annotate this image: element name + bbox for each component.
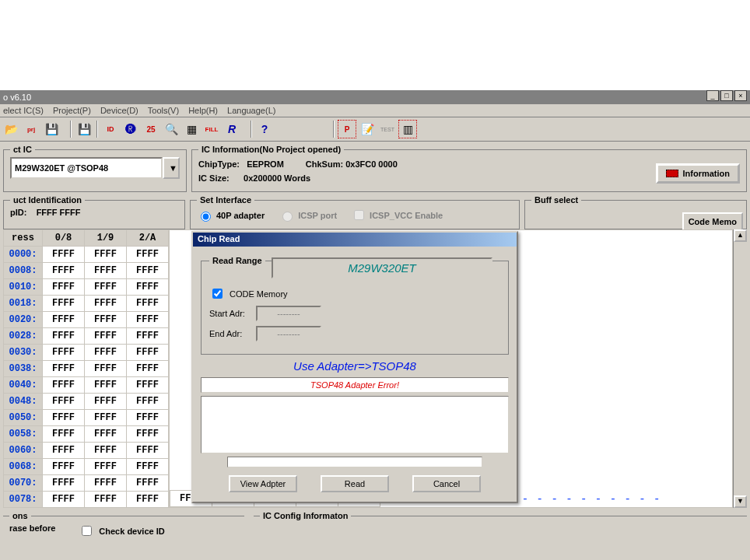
hex-cell[interactable]: FFFF (127, 328, 169, 345)
hex-cell[interactable]: FFFF (43, 263, 85, 279)
hex-cell[interactable]: FFFF (85, 492, 127, 508)
hex-cell[interactable]: FFFF (43, 328, 85, 345)
tool-chip2-icon[interactable]: ▥ (398, 120, 417, 138)
hex-address: 0068: (4, 459, 43, 475)
hex-cell[interactable]: FFFF (43, 345, 85, 361)
hex-cell[interactable]: FFFF (127, 492, 169, 508)
view-adapter-button[interactable]: View Adpter (229, 475, 297, 492)
tool-save-icon[interactable]: 💾 (42, 120, 61, 138)
scroll-up-button[interactable]: ▲ (734, 229, 747, 242)
adapter-hint: Use Adapter=>TSOP48 (201, 359, 509, 373)
window-title-text: o v6.10 (3, 90, 31, 104)
menu-project[interactable]: Project(P) (53, 106, 91, 115)
tool-disk-icon[interactable]: 💾 (75, 120, 93, 138)
tool-id-icon[interactable]: ID (101, 120, 120, 138)
menu-device[interactable]: Device(D) (100, 106, 138, 115)
tool-test-icon[interactable]: TEST (378, 120, 397, 138)
cancel-button[interactable]: Cancel (412, 475, 481, 492)
menu-language[interactable]: Language(L) (227, 106, 275, 115)
hex-cell[interactable]: FFFF (85, 394, 127, 410)
select-ic-group: ct IC ▼ (3, 145, 187, 192)
hex-address: 0070: (4, 475, 43, 492)
menu-help[interactable]: Help(H) (188, 106, 218, 115)
hex-cell[interactable]: FFFF (85, 279, 127, 296)
hex-cell[interactable]: FFFF (85, 247, 127, 263)
hex-cell[interactable]: FFFF (43, 394, 85, 410)
hex-cell[interactable]: FFFF (43, 410, 85, 426)
hex-cell[interactable]: FFFF (127, 263, 169, 279)
hex-cell[interactable]: FFFF (43, 377, 85, 394)
minimize-button[interactable]: _ (706, 90, 719, 101)
read-button[interactable]: Read (321, 475, 389, 492)
hex-cell[interactable]: FFFF (43, 279, 85, 296)
hex-cell[interactable]: FFFF (43, 296, 85, 312)
tool-prj-icon[interactable]: prj (22, 120, 40, 138)
hex-cell[interactable]: FFFF (127, 361, 169, 377)
hex-address: 0038: (4, 361, 43, 377)
code-memory-checkbox[interactable] (212, 289, 223, 299)
menu-tools[interactable]: Tools(V) (148, 106, 179, 115)
hex-cell[interactable]: FFFF (127, 443, 169, 459)
close-button[interactable]: × (734, 90, 747, 101)
chip-icon (666, 170, 678, 177)
hex-cell[interactable]: FFFF (85, 426, 127, 443)
hex-address: 0048: (4, 394, 43, 410)
hex-cell[interactable]: FFFF (43, 459, 85, 475)
scroll-down-button[interactable]: ▼ (734, 495, 747, 508)
tool-search-icon[interactable]: 🔍 (162, 120, 180, 138)
hex-cell[interactable]: FFFF (127, 410, 169, 426)
hex-header-col: 0/8 (43, 230, 85, 247)
hex-cell[interactable]: FFFF (85, 263, 127, 279)
maximize-button[interactable]: □ (720, 90, 733, 101)
hex-cell[interactable]: FFFF (43, 312, 85, 328)
ic-dropdown[interactable]: ▼ (10, 157, 180, 179)
tool-help-icon[interactable]: ? (255, 120, 274, 138)
information-button[interactable]: Information (656, 163, 741, 184)
ic-dropdown-input[interactable] (10, 157, 163, 179)
hex-cell[interactable]: FFFF (85, 328, 127, 345)
vertical-scrollbar[interactable]: ▲ ▼ (733, 229, 747, 508)
hex-cell[interactable]: FFFF (85, 459, 127, 475)
hex-cell[interactable]: FFFF (85, 361, 127, 377)
hex-cell[interactable]: FFFF (127, 394, 169, 410)
hex-cell[interactable]: FFFF (43, 361, 85, 377)
tool-chip1-icon[interactable]: ▦ (182, 120, 201, 138)
hex-cell[interactable]: FFFF (85, 377, 127, 394)
ic-dropdown-button[interactable]: ▼ (163, 157, 180, 179)
hex-cell[interactable]: FFFF (43, 426, 85, 443)
hex-cell[interactable]: FFFF (85, 410, 127, 426)
code-memo-button[interactable]: Code Memo (682, 212, 743, 231)
hex-cell[interactable]: FFFF (127, 377, 169, 394)
tool-edit-icon[interactable]: 📝 (358, 120, 377, 138)
hex-cell[interactable]: FFFF (127, 345, 169, 361)
dialog-titlebar[interactable]: Chip Read (193, 233, 517, 247)
end-adr-input[interactable] (256, 326, 321, 341)
hex-cell[interactable]: FFFF (85, 443, 127, 459)
hex-cell[interactable]: FFFF (127, 312, 169, 328)
hex-cell[interactable]: FFFF (43, 443, 85, 459)
tool-p-chip-icon[interactable]: P (338, 120, 356, 138)
hex-cell[interactable]: FFFF (127, 296, 169, 312)
hex-cell[interactable]: FFFF (85, 296, 127, 312)
tool-r-icon[interactable]: R (223, 120, 241, 138)
hex-cell[interactable]: FFFF (43, 247, 85, 263)
hex-cell[interactable]: FFFF (127, 426, 169, 443)
hex-cell[interactable]: FFFF (85, 475, 127, 492)
hex-cell[interactable]: FFFF (43, 492, 85, 508)
hex-cell[interactable]: FFFF (127, 247, 169, 263)
check-device-id[interactable]: Check device ID (79, 523, 164, 538)
start-adr-input[interactable] (256, 306, 321, 321)
hex-address: 0028: (4, 328, 43, 345)
tool-rf-icon[interactable]: 🅡 (121, 120, 140, 138)
radio-40p[interactable]: 40P adapter (197, 209, 265, 222)
hex-cell[interactable]: FFFF (127, 279, 169, 296)
hex-cell[interactable]: FFFF (127, 475, 169, 492)
hex-cell[interactable]: FFFF (43, 475, 85, 492)
menu-select-ic[interactable]: elect IC(S) (3, 106, 44, 115)
hex-cell[interactable]: FFFF (85, 345, 127, 361)
tool-fill-icon[interactable]: FILL (202, 120, 221, 138)
tool-open-icon[interactable]: 📂 (2, 120, 20, 138)
hex-cell[interactable]: FFFF (127, 459, 169, 475)
hex-cell[interactable]: FFFF (85, 312, 127, 328)
tool-25-icon[interactable]: 25 (142, 120, 160, 138)
